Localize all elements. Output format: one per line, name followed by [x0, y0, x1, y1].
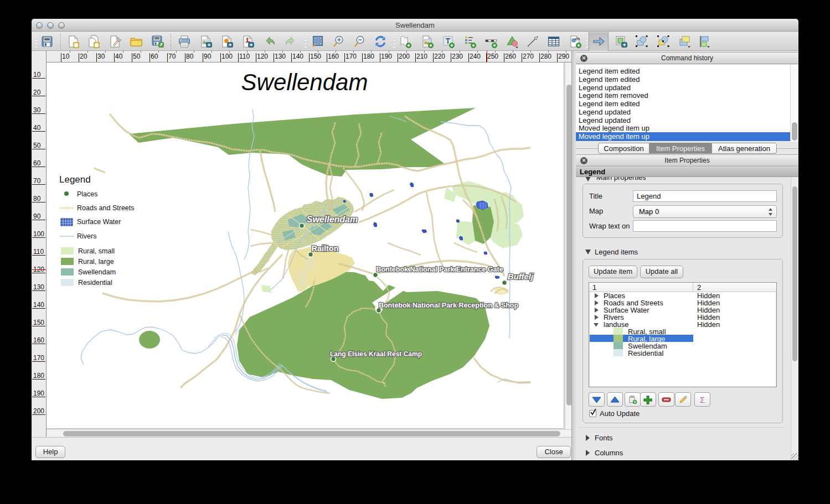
svg-text:Swellendam: Swellendam [241, 69, 368, 95]
svg-text:Rural, large: Rural, large [78, 258, 114, 266]
svg-text:Lang Elsies Kraal Rest Camp: Lang Elsies Kraal Rest Camp [330, 350, 422, 358]
svg-text:</>: </> [575, 37, 580, 41]
svg-text:Rivers: Rivers [77, 232, 96, 240]
svg-text:Swellendam: Swellendam [307, 215, 358, 224]
svg-text:Places: Places [77, 190, 98, 198]
svg-text:Legend: Legend [59, 174, 91, 185]
svg-text:Swellendam: Swellendam [78, 268, 116, 276]
svg-text:Roads and Streets: Roads and Streets [77, 204, 135, 212]
svg-text:Buffelj: Buffelj [508, 272, 534, 281]
svg-text:Residential: Residential [78, 279, 112, 287]
svg-text:Railton: Railton [311, 244, 338, 253]
svg-text:Surface Water: Surface Water [77, 218, 121, 226]
svg-text:Bontebok National Park Entranc: Bontebok National Park Entrance Gate [376, 266, 503, 273]
svg-text:Σ: Σ [700, 396, 705, 404]
svg-text:Rural, small: Rural, small [78, 247, 115, 255]
svg-text:Bontebok National Park Recepti: Bontebok National Park Reception & Shop [379, 302, 518, 309]
